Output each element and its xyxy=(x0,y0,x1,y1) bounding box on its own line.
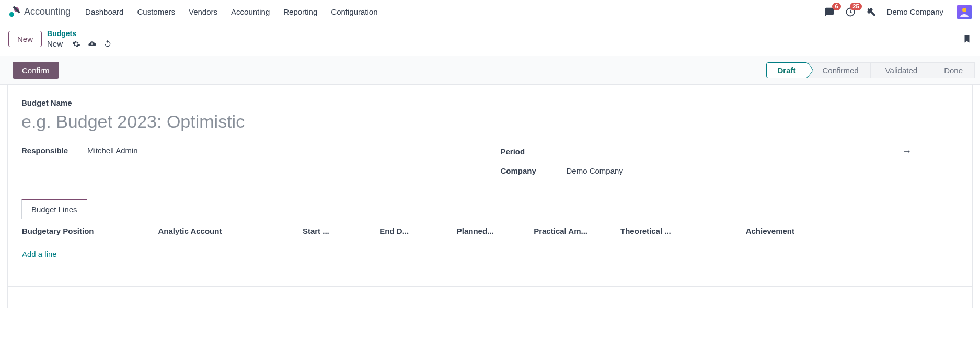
main-nav: Dashboard Customers Vendors Accounting R… xyxy=(85,7,377,16)
navbar-right: 6 25 Demo Company xyxy=(824,5,972,19)
company-name[interactable]: Demo Company xyxy=(887,7,943,16)
gear-icon[interactable] xyxy=(72,40,80,48)
statusbar: Confirm Draft Confirmed Validated Done xyxy=(0,56,980,85)
company-label: Company xyxy=(501,166,558,175)
two-column-form: Responsible Mitchell Admin Period → Comp… xyxy=(21,146,959,185)
breadcrumb-parent[interactable]: Budgets xyxy=(47,29,112,38)
chat-badge: 6 xyxy=(832,3,840,10)
state-validated[interactable]: Validated xyxy=(871,62,929,78)
discard-icon[interactable] xyxy=(103,40,112,48)
svg-point-0 xyxy=(9,12,14,17)
state-draft[interactable]: Draft xyxy=(766,62,808,78)
company-value[interactable]: Demo Company xyxy=(567,166,623,175)
period-field: Period → xyxy=(501,146,959,157)
breadcrumb: Budgets New xyxy=(47,29,112,49)
nav-configuration[interactable]: Configuration xyxy=(331,7,377,16)
left-column: Responsible Mitchell Admin xyxy=(21,146,480,185)
activity-badge: 25 xyxy=(850,3,861,10)
budget-lines-table-wrap: Budgetary Position Analytic Account Star… xyxy=(8,219,972,287)
chat-icon[interactable]: 6 xyxy=(824,7,835,17)
tab-budget-lines[interactable]: Budget Lines xyxy=(21,199,87,219)
col-start-date[interactable]: Start ... xyxy=(297,219,374,243)
table-header-row: Budgetary Position Analytic Account Star… xyxy=(8,219,972,243)
period-label: Period xyxy=(501,147,558,156)
right-column: Period → Company Demo Company xyxy=(501,146,959,185)
col-planned[interactable]: Planned... xyxy=(452,219,528,243)
avatar[interactable] xyxy=(957,5,972,19)
col-theoretical[interactable]: Theoretical ... xyxy=(615,219,741,243)
control-panel: New Budgets New xyxy=(0,24,980,53)
responsible-value[interactable]: Mitchell Admin xyxy=(87,146,138,155)
budget-name-label: Budget Name xyxy=(21,98,959,107)
col-budgetary-position[interactable]: Budgetary Position xyxy=(8,219,153,243)
state-steps: Draft Confirmed Validated Done xyxy=(766,62,975,78)
app-title: Accounting xyxy=(24,6,71,17)
breadcrumb-current: New xyxy=(47,39,63,49)
table-row: Add a line xyxy=(8,243,972,265)
arrow-right-icon: → xyxy=(902,146,912,157)
new-button[interactable]: New xyxy=(8,31,42,47)
company-field: Company Demo Company xyxy=(501,166,959,175)
app-logo[interactable]: Accounting xyxy=(8,6,71,18)
budget-lines-table: Budgetary Position Analytic Account Star… xyxy=(8,219,972,286)
responsible-field: Responsible Mitchell Admin xyxy=(21,146,480,155)
col-achievement[interactable]: Achievement xyxy=(741,219,972,243)
col-end-date[interactable]: End D... xyxy=(374,219,451,243)
cloud-upload-icon[interactable] xyxy=(88,40,96,48)
budget-name-input[interactable] xyxy=(21,110,715,134)
app-icon xyxy=(8,6,20,18)
form-sheet: Budget Name Responsible Mitchell Admin P… xyxy=(7,85,973,308)
state-done[interactable]: Done xyxy=(929,62,975,78)
col-practical[interactable]: Practical Am... xyxy=(528,219,615,243)
top-navbar: Accounting Dashboard Customers Vendors A… xyxy=(0,0,980,24)
cp-icons xyxy=(72,40,112,48)
col-analytic-account[interactable]: Analytic Account xyxy=(153,219,297,243)
state-confirmed[interactable]: Confirmed xyxy=(808,62,871,78)
table-row xyxy=(8,265,972,286)
tabs: Budget Lines xyxy=(8,198,972,219)
bookmark-icon[interactable] xyxy=(962,33,972,44)
activity-icon[interactable]: 25 xyxy=(845,7,856,17)
add-line-link[interactable]: Add a line xyxy=(22,250,57,258)
confirm-button[interactable]: Confirm xyxy=(13,62,59,79)
tools-icon[interactable] xyxy=(866,7,877,17)
svg-point-4 xyxy=(962,8,966,12)
responsible-label: Responsible xyxy=(21,146,79,155)
nav-dashboard[interactable]: Dashboard xyxy=(85,7,123,16)
nav-customers[interactable]: Customers xyxy=(137,7,175,16)
nav-reporting[interactable]: Reporting xyxy=(283,7,317,16)
nav-vendors[interactable]: Vendors xyxy=(189,7,217,16)
nav-accounting[interactable]: Accounting xyxy=(231,7,270,16)
navbar-left: Accounting Dashboard Customers Vendors A… xyxy=(8,6,378,18)
